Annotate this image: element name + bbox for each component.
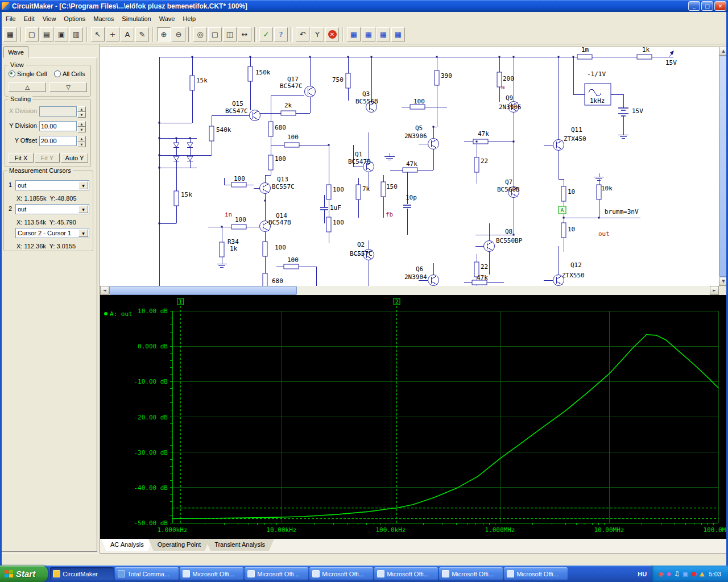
tab-transient-analysis[interactable]: Transient Analysis	[205, 539, 274, 551]
close-button[interactable]: ✕	[714, 1, 726, 11]
start-button[interactable]: Start	[0, 566, 48, 582]
y-division-spinner[interactable]: ▲▼	[77, 121, 86, 131]
radio-all-cells-label: All Cells	[63, 70, 85, 77]
horizontal-scroll-thumb[interactable]	[109, 286, 297, 295]
ac-analysis-plot[interactable]: 10.00 dB0.000 dB-10.00 dB-20.00 dB-30.00…	[100, 295, 728, 539]
save-button[interactable]: ▣	[55, 27, 68, 41]
probe-tool-button[interactable]: Y	[311, 27, 324, 41]
fit-y-button[interactable]: Fit Y	[35, 153, 60, 163]
combo-arrow-icon[interactable]: ▼	[78, 205, 88, 213]
help-button[interactable]: ?	[274, 27, 288, 41]
scroll-left-icon[interactable]: ◄	[100, 286, 109, 295]
y-offset-input[interactable]	[39, 136, 77, 146]
open-file-button[interactable]: ▤	[40, 27, 53, 41]
tray-app-blue-icon[interactable]: ▣	[682, 570, 688, 577]
signal-gen-button[interactable]: ▦	[377, 27, 390, 41]
digital-grid-button[interactable]: ▦	[347, 27, 361, 41]
wave-scroll-down-button[interactable]: ▽	[49, 82, 87, 92]
taskbar-task[interactable]: Microsoft Offi...	[374, 567, 438, 580]
app-window-icon	[312, 570, 320, 577]
minimize-button[interactable]: _	[688, 1, 700, 11]
taskbar-task[interactable]: Microsoft Offi...	[180, 567, 243, 580]
stop-simulation-button[interactable]: ✕	[325, 27, 339, 41]
taskbar-task[interactable]: Microsoft Offi...	[309, 567, 373, 580]
schematic-horizontal-scrollbar[interactable]: ◄ ►	[100, 286, 728, 295]
taskbar-task[interactable]: Microsoft Offi...	[504, 567, 568, 580]
sheet-button[interactable]: ▢	[208, 27, 222, 41]
add-part-button[interactable]: +	[106, 27, 119, 41]
taskbar-task[interactable]: Total Comma...	[115, 567, 179, 580]
spinner-up-icon[interactable]: ▲	[77, 106, 86, 112]
menu-file[interactable]: File	[2, 14, 20, 24]
schematic-label: 150k	[255, 69, 271, 76]
taskbar-task[interactable]: Microsoft Offi...	[245, 567, 308, 580]
fit-x-button[interactable]: Fit X	[9, 153, 34, 163]
pan-button[interactable]: ↔	[238, 27, 251, 41]
zoom-out-button[interactable]: ⊖	[172, 27, 185, 41]
select-arrow-button[interactable]: ↖	[91, 27, 105, 41]
radio-all-cells[interactable]: All Cells	[54, 70, 85, 77]
print-button[interactable]: ▥	[69, 27, 83, 41]
y-offset-spinner[interactable]: ▲▼	[77, 136, 86, 146]
run-analyses-button[interactable]: ✓	[259, 27, 273, 41]
schematic-canvas[interactable]: A15k150kQ17BC547C750Q3BC556B100390200aQ9…	[100, 47, 719, 286]
menu-view[interactable]: View	[39, 14, 60, 24]
schematic-label: brumm=3nV	[605, 208, 639, 215]
menu-simulation[interactable]: Simulation	[118, 14, 155, 24]
tray-volume-icon[interactable]: ♫	[674, 570, 680, 577]
text-tool-button[interactable]: A	[121, 27, 134, 41]
tab-operating-point[interactable]: Operating Point	[148, 539, 210, 551]
radio-single-cell[interactable]: Single Cell	[9, 70, 47, 77]
x-division-spinner[interactable]: ▲▼	[77, 106, 86, 117]
schematic-label: 540k	[216, 126, 231, 134]
auto-y-button[interactable]: Auto Y	[61, 153, 88, 163]
maximize-button[interactable]: □	[701, 1, 713, 11]
menu-help[interactable]: Help	[179, 14, 200, 24]
split-window-button[interactable]: ◫	[223, 27, 237, 41]
reset-button[interactable]: ↶	[296, 27, 309, 41]
series-label: A: out	[110, 310, 133, 318]
cursor-1-readout: X: 1.1855k Y:-48.805	[16, 195, 77, 202]
tray-app-red-icon[interactable]: ◉	[658, 570, 664, 577]
find-part-button[interactable]: ◎	[193, 27, 207, 41]
spinner-down-icon[interactable]: ▼	[77, 112, 86, 118]
cursor-diff-select[interactable]: Cursor 2 - Cursor 1 ▼	[15, 228, 89, 238]
combo-arrow-icon[interactable]: ▼	[78, 229, 88, 237]
wave-scroll-up-button[interactable]: △	[9, 82, 46, 92]
tray-app-magenta-icon[interactable]: ◆	[667, 570, 671, 577]
spinner-down-icon[interactable]: ▼	[77, 127, 86, 132]
spinner-up-icon[interactable]: ▲	[77, 121, 86, 127]
menu-edit[interactable]: Edit	[20, 14, 39, 24]
y-division-input[interactable]	[39, 121, 77, 131]
logic-analyzer-button[interactable]: ▦	[362, 27, 375, 41]
tab-ac-analysis[interactable]: AC Analysis	[101, 539, 153, 551]
menu-wave[interactable]: Wave	[155, 14, 179, 24]
toolbar: ▦▢▤▣▥↖+A✎⊕⊖◎▢◫↔✓?↶Y✕▦▦▦▦	[0, 25, 728, 44]
taskbar-task[interactable]: Microsoft Offi...	[439, 567, 503, 580]
project-board-button[interactable]: ▦	[3, 27, 17, 41]
tray-app-yellow-icon[interactable]: ▲	[700, 570, 704, 577]
menu-options[interactable]: Options	[60, 14, 89, 24]
tray-app-crimson-icon[interactable]: ●	[692, 570, 697, 577]
zoom-in-button[interactable]: ⊕	[157, 27, 171, 41]
scroll-right-icon[interactable]: ►	[710, 286, 719, 295]
spinner-up-icon[interactable]: ▲	[77, 136, 86, 142]
probe-tool-icon: Y	[315, 31, 320, 38]
digital-options-button[interactable]: ▦	[391, 27, 405, 41]
new-file-button[interactable]: ▢	[25, 27, 39, 41]
schematic-label: Q6	[416, 265, 423, 273]
x-division-input[interactable]	[39, 106, 77, 117]
combo-arrow-icon[interactable]: ▼	[78, 181, 88, 189]
cursor-2-signal-select[interactable]: out ▼	[15, 204, 89, 214]
taskbar-task[interactable]: CircuitMaker	[50, 567, 114, 580]
wire-tool-button[interactable]: ✎	[135, 27, 149, 41]
task-label: Microsoft Offi...	[322, 571, 364, 577]
cursor-1-signal-select[interactable]: out ▼	[15, 180, 89, 190]
task-label: Microsoft Offi...	[516, 571, 559, 577]
spinner-down-icon[interactable]: ▼	[77, 142, 86, 147]
language-indicator[interactable]: HU	[633, 571, 651, 577]
schematic-label: Q11	[571, 126, 582, 134]
tab-wave[interactable]: Wave	[3, 46, 28, 58]
menu-macros[interactable]: Macros	[89, 14, 118, 24]
toolbar-separator	[20, 27, 22, 42]
